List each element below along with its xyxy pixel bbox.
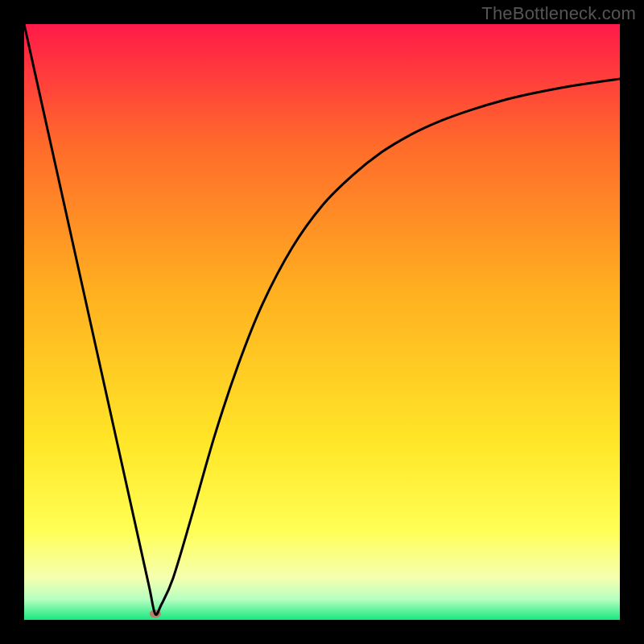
plot-area (24, 24, 620, 620)
chart-frame: TheBottleneck.com (0, 0, 644, 644)
gradient-background (24, 24, 620, 620)
chart-svg (24, 24, 620, 620)
watermark-text: TheBottleneck.com (481, 3, 636, 24)
